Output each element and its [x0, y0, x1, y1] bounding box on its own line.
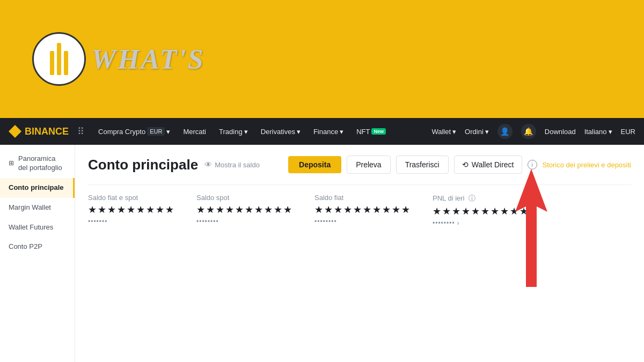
nav-badge-new: New	[371, 128, 386, 135]
nav-currency[interactable]: EUR	[621, 128, 635, 136]
grid-icon[interactable]: ⠿	[77, 125, 84, 137]
nav-language[interactable]: Italiano ▾	[584, 128, 612, 136]
eye-icon: 👁	[204, 160, 212, 169]
logo-bar-2	[57, 43, 61, 75]
balance-label-spot: Saldo spot	[196, 194, 293, 202]
balance-label-fiat-spot: Saldo fiat e spot	[88, 194, 175, 202]
nav-item-crypto[interactable]: Compra Crypto EUR ▾	[93, 118, 175, 145]
navbar: BINANCE ⠿ Compra Crypto EUR ▾ Mercati Tr…	[0, 118, 644, 145]
balance-value-spot: ★★★★★★★★★★	[196, 204, 293, 216]
binance-icon	[9, 125, 21, 138]
sidebar-item-conto-label: Conto principale	[9, 183, 64, 193]
binance-brand: BINANCE	[25, 126, 69, 137]
pnl-label-text: PNL di ieri	[433, 194, 464, 202]
nav-item-derivatives[interactable]: Derivatives ▾	[255, 118, 306, 145]
nav-items: Compra Crypto EUR ▾ Mercati Trading ▾ De…	[93, 118, 391, 145]
nav-label-trading: Trading	[219, 128, 243, 136]
header-actions: Deposita Preleva Trasferisci ⟲ Wallet Di…	[288, 156, 631, 174]
nav-download[interactable]: Download	[545, 128, 576, 136]
navbar-left: BINANCE ⠿ Compra Crypto EUR ▾ Mercati Tr…	[9, 118, 431, 145]
brand-text: WHAT'S	[91, 43, 205, 75]
transfer-button[interactable]: Trasferisci	[396, 156, 449, 174]
nav-label-mercati: Mercati	[183, 128, 206, 136]
nav-download-label: Download	[545, 128, 576, 136]
nav-wallet-label: Wallet	[431, 128, 451, 136]
show-balance-toggle[interactable]: 👁 Mostra il saldo	[204, 160, 260, 169]
nav-badge-eur: EUR	[147, 127, 165, 136]
sidebar-item-p2p-label: Conto P2P	[9, 242, 42, 252]
balance-card-fiat-spot: Saldo fiat e spot ★★★★★★★★★ •••••••	[88, 194, 175, 227]
binance-logo[interactable]: BINANCE	[9, 125, 69, 138]
sidebar-item-futures[interactable]: Wallet Futures	[0, 218, 75, 238]
nav-item-mercati[interactable]: Mercati	[178, 118, 211, 145]
balance-card-spot: Saldo spot ★★★★★★★★★★ ••••••••	[196, 194, 293, 227]
nav-chevron-finance: ▾	[340, 128, 343, 136]
nav-currency-label: EUR	[621, 128, 635, 136]
nav-chevron-derivatives: ▾	[297, 128, 301, 136]
nav-language-chevron: ▾	[609, 128, 612, 136]
nav-ordini-chevron: ▾	[485, 128, 489, 136]
logo-container: WHAT'S	[32, 32, 205, 86]
content-area: Conto principale 👁 Mostra il saldo Depos…	[75, 145, 644, 362]
logo-inner	[50, 43, 68, 75]
page-title: Conto principale	[88, 157, 198, 173]
show-balance-label: Mostra il saldo	[215, 161, 260, 169]
history-link[interactable]: Storico dei prelievi e depositi	[543, 161, 631, 169]
sidebar-item-panoramica-icon: ⊞	[9, 159, 14, 168]
nav-item-finance[interactable]: Finance ▾	[308, 118, 349, 145]
pnl-info-icon: ⓘ	[469, 194, 475, 202]
sidebar-item-futures-label: Wallet Futures	[9, 223, 53, 232]
balance-label-pnl: PNL di ieri ⓘ	[433, 194, 529, 203]
sidebar-item-panoramica[interactable]: ⊞ Panoramica del portafoglio	[0, 149, 75, 178]
nav-label-derivatives: Derivatives	[261, 128, 295, 136]
balance-sub-fiat-spot: •••••••	[88, 218, 175, 225]
sidebar-item-margin[interactable]: Margin Wallet	[0, 198, 75, 218]
nav-wallet-chevron: ▾	[452, 128, 456, 136]
balance-sub-pnl[interactable]: •••••••• ›	[433, 219, 529, 227]
content-header: Conto principale 👁 Mostra il saldo Depos…	[88, 156, 631, 174]
logo-circle	[32, 32, 86, 86]
sidebar-item-margin-label: Margin Wallet	[9, 203, 51, 212]
bell-icon[interactable]: 🔔	[521, 124, 536, 139]
user-icon[interactable]: 👤	[497, 124, 513, 139]
logo-bar-1	[50, 51, 54, 75]
nav-label-crypto: Compra Crypto	[98, 128, 145, 136]
nav-label-nft: NFT	[356, 128, 370, 136]
nav-label-finance: Finance	[313, 128, 338, 136]
balance-card-fiat: Saldo fiat ★★★★★★★★★★ ••••••••	[314, 194, 411, 227]
navbar-right: Wallet ▾ Ordini ▾ 👤 🔔 Download Italiano …	[431, 124, 635, 139]
withdraw-button[interactable]: Preleva	[347, 156, 390, 174]
nav-ordini[interactable]: Ordini ▾	[465, 128, 489, 136]
logo-bar-3	[64, 51, 68, 75]
balance-sub-spot: ••••••••	[196, 218, 293, 225]
balance-value-fiat-spot: ★★★★★★★★★	[88, 204, 175, 216]
wallet-direct-icon: ⟲	[462, 160, 469, 169]
balance-card-pnl: PNL di ieri ⓘ ★★★★★★★★★★ •••••••• ›	[433, 194, 529, 227]
wallet-direct-button[interactable]: ⟲ Wallet Direct	[454, 156, 522, 174]
info-icon[interactable]: i	[528, 160, 537, 169]
sidebar-item-panoramica-label: Panoramica del portafoglio	[18, 154, 66, 173]
balance-value-fiat: ★★★★★★★★★★	[314, 204, 411, 216]
balance-label-fiat: Saldo fiat	[314, 194, 411, 202]
top-banner: WHAT'S	[0, 0, 644, 118]
balance-value-pnl: ★★★★★★★★★★	[433, 205, 529, 217]
sidebar-item-conto[interactable]: Conto principale	[0, 178, 75, 198]
sidebar-item-p2p[interactable]: Conto P2P	[0, 237, 75, 257]
nav-wallet[interactable]: Wallet ▾	[431, 128, 456, 136]
wallet-direct-label: Wallet Direct	[472, 160, 514, 169]
main-content: ⊞ Panoramica del portafoglio Conto princ…	[0, 145, 644, 362]
nav-item-nft[interactable]: NFT New	[351, 118, 391, 145]
sidebar: ⊞ Panoramica del portafoglio Conto princ…	[0, 145, 75, 362]
deposit-button[interactable]: Deposita	[288, 156, 341, 173]
balance-cards: Saldo fiat e spot ★★★★★★★★★ ••••••• Sald…	[88, 184, 631, 235]
page-title-area: Conto principale 👁 Mostra il saldo	[88, 157, 260, 173]
nav-item-trading[interactable]: Trading ▾	[214, 118, 253, 145]
balance-sub-fiat: ••••••••	[314, 218, 411, 225]
nav-language-label: Italiano	[584, 128, 607, 136]
nav-chevron-trading: ▾	[244, 128, 248, 136]
nav-chevron-crypto: ▾	[166, 128, 170, 136]
nav-ordini-label: Ordini	[465, 128, 484, 136]
